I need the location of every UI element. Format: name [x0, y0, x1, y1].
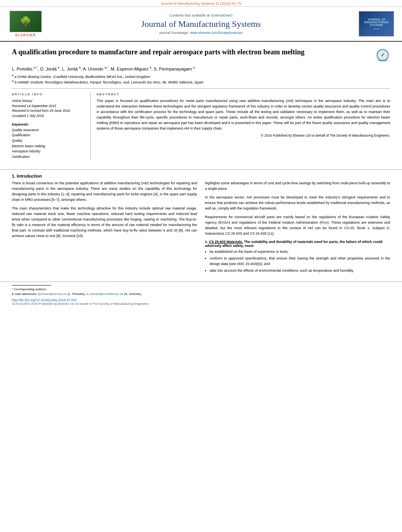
journal-citation-bar: Journal of Manufacturing Systems 41 (201…	[0, 0, 402, 7]
tree-icon: 🌳	[20, 16, 32, 27]
issn-line: 0278-6125/© 2016 Published by Elsevier L…	[12, 302, 390, 306]
journal-homepage-link[interactable]: www.elsevier.com/locate/jmansys	[190, 31, 243, 35]
numbered-section-1: 1. CS 25.603 Materials. The suitability …	[205, 240, 390, 274]
history-label: Article history:	[12, 98, 84, 104]
affiliation-b: b b AIMME–Instituto Tecnológico Metalmec…	[12, 79, 390, 85]
keyword-5: Aerospace industry	[12, 149, 84, 154]
body-para-2: The main characteristics that make this …	[12, 206, 197, 239]
article-info-abstract-section: ARTICLE INFO Article history: Received 1…	[12, 88, 390, 160]
keyword-2: Qualification	[12, 133, 84, 138]
elsevier-logo: 🌳 ELSEVIER	[8, 11, 43, 37]
elsevier-logo-image: 🌳	[9, 11, 42, 32]
abstract-label: ABSTRACT	[97, 93, 390, 96]
body-left-column: There is broad consensus on the potentia…	[12, 181, 197, 277]
doi-link[interactable]: http://dx.doi.org/10.1016/j.jmsy.2016.07…	[12, 298, 77, 302]
numbered-item-bullets: be established on the basis of experienc…	[205, 249, 390, 274]
main-body-section: 1. Introduction There is broad consensus…	[0, 169, 402, 281]
body-right-column: highlights some advantages in terms of c…	[205, 181, 390, 277]
doi-line: http://dx.doi.org/10.1016/j.jmsy.2016.07…	[12, 298, 390, 302]
keyword-6: Certification	[12, 154, 84, 160]
body-para-3: highlights some advantages in terms of c…	[205, 181, 390, 192]
journal-citation: Journal of Manufacturing Systems 41 (201…	[161, 2, 242, 6]
authors-text: L. Portolés b,*, O. Jordá b, L. Jordá b,…	[12, 67, 195, 71]
footnote-divider	[12, 285, 51, 285]
affiliation-a: a a IVHM–Boeing Centre, Cranfield Univer…	[12, 74, 390, 80]
abstract-text: This paper is focused on qualification p…	[97, 98, 390, 132]
email-note: E-mail addresses: lportoles@aimme.es (L.…	[12, 292, 390, 297]
journal-homepage-line: journal homepage: www.elsevier.com/locat…	[51, 31, 351, 35]
svg-text:✓: ✓	[381, 52, 385, 58]
journal-cover-art: JOURNAL OFMANUFACTURINGSYSTEMS ▬▬▬	[359, 11, 394, 36]
homepage-label: journal homepage:	[160, 31, 189, 35]
article-info-column: ARTICLE INFO Article history: Received 1…	[12, 93, 91, 160]
elsevier-wordmark: ELSEVIER	[15, 33, 36, 37]
contents-label: Contents lists available at	[169, 13, 210, 17]
bullet-item-3: take into account the effects of environ…	[210, 268, 390, 274]
elsevier-tree-image: 🌳	[10, 11, 41, 32]
email-link-1[interactable]: lportoles@aimme.es	[38, 292, 67, 296]
svg-text:CrossMark: CrossMark	[378, 59, 388, 61]
corresponding-note: * Corresponding authors.	[12, 287, 390, 292]
keyword-3: Quality	[12, 138, 84, 144]
received-date: Received 14 September 2015	[12, 104, 84, 109]
sciencedirect-link[interactable]: ScienceDirect	[211, 13, 233, 17]
keyword-4: Electron beam melting	[12, 144, 84, 149]
contents-available-line: Contents lists available at ScienceDirec…	[51, 13, 351, 17]
journal-cover-image: JOURNAL OFMANUFACTURINGSYSTEMS ▬▬▬	[359, 11, 394, 37]
bullet-item-1: be established on the basis of experienc…	[210, 249, 390, 255]
email-link-2[interactable]: a.uriondo@cranfield.ac.uk	[87, 292, 123, 296]
copyright-line: © 2016 Published by Elsevier Ltd on beha…	[97, 133, 390, 137]
keyword-1: Quality assurance	[12, 128, 84, 133]
article-content-area: A qualification procedure to manufacture…	[0, 42, 402, 165]
article-info-label: ARTICLE INFO	[12, 93, 84, 96]
body-para-5: Requirements for commercial aircraft par…	[205, 215, 390, 237]
affiliations: a a IVHM–Boeing Centre, Cranfield Univer…	[12, 74, 390, 85]
journal-title: Journal of Manufacturing Systems	[51, 19, 351, 29]
keywords-list: Quality assurance Qualification Quality …	[12, 128, 84, 160]
body-two-col-layout: There is broad consensus on the potentia…	[12, 181, 390, 277]
authors-line: L. Portolés b,*, O. Jordá b, L. Jordá b,…	[12, 66, 390, 71]
article-history: Article history: Received 14 September 2…	[12, 98, 84, 119]
numbered-item-number: 1.	[205, 240, 208, 244]
abstract-column: ABSTRACT This paper is focused on qualif…	[91, 93, 390, 160]
keywords-label: Keywords:	[12, 122, 84, 126]
body-para-4: In the aerospace sector, AM processes mu…	[205, 195, 390, 211]
accepted-date: Accepted 1 July 2016	[12, 113, 84, 119]
footer-section: * Corresponding authors. E-mail addresse…	[0, 282, 402, 308]
revised-date: Received in revised form 29 June 2016	[12, 108, 84, 113]
article-title-section: A qualification procedure to manufacture…	[12, 48, 390, 63]
numbered-item-heading: CS 25.603 Materials.	[209, 240, 243, 244]
body-para-1: There is broad consensus on the potentia…	[12, 181, 197, 203]
article-title: A qualification procedure to manufacture…	[12, 48, 375, 57]
journal-center-header: Contents lists available at ScienceDirec…	[43, 13, 359, 35]
page: Journal of Manufacturing Systems 41 (201…	[0, 0, 402, 532]
numbered-item-title: 1. CS 25.603 Materials. The suitability …	[205, 240, 390, 248]
cover-decoration: ▬▬▬	[374, 27, 380, 30]
crossmark-icon: ✓ CrossMark	[375, 48, 390, 63]
journal-header: 🌳 ELSEVIER Contents lists available at S…	[0, 7, 402, 42]
cover-journal-abbrev: JOURNAL OFMANUFACTURINGSYSTEMS	[364, 18, 389, 26]
section1-heading: 1. Introduction	[12, 174, 390, 178]
bullet-item-2: conform to approved specifications, that…	[210, 256, 390, 267]
